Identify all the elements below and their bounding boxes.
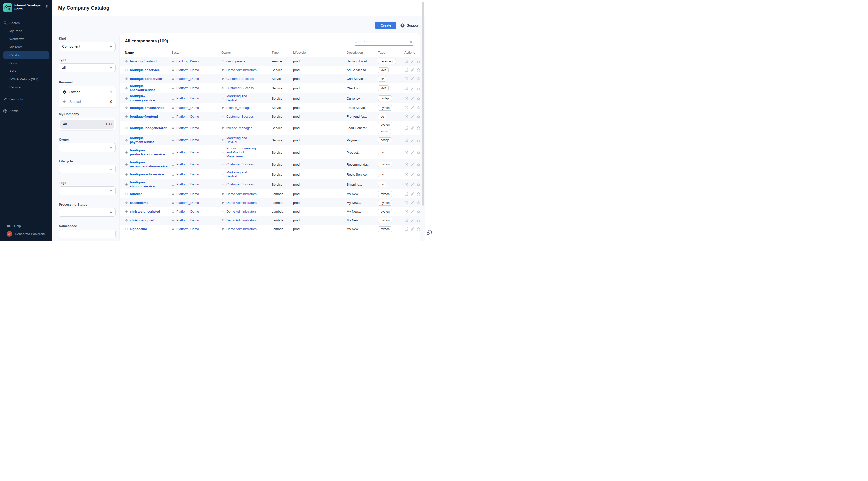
component-name-link[interactable]: boutique-productcatalogservice [130, 148, 167, 156]
sidebar-item-apis[interactable]: APIs [3, 67, 49, 75]
namespace-select[interactable] [59, 230, 116, 238]
filter-input[interactable] [362, 40, 409, 44]
tags-select[interactable] [59, 186, 116, 195]
page-scrollbar-thumb[interactable] [422, 1, 424, 206]
open-in-new-icon[interactable] [404, 96, 409, 100]
open-in-new-icon[interactable] [404, 218, 409, 222]
component-name-link[interactable]: boutique-recommendationservice [130, 160, 167, 169]
system-link[interactable]: Platform_Demo [176, 150, 199, 154]
star-outline-icon[interactable] [416, 182, 420, 187]
system-link[interactable]: Platform_Demo [176, 210, 199, 214]
system-link[interactable]: Platform_Demo [176, 126, 199, 130]
owner-select[interactable] [59, 143, 116, 152]
apps-grid-icon[interactable] [46, 4, 50, 8]
component-name-link[interactable]: boutique-loadgenerator [130, 126, 166, 130]
system-link[interactable]: Platform_Demo [176, 115, 199, 119]
open-in-new-icon[interactable] [404, 227, 409, 231]
edit-pencil-icon[interactable] [410, 182, 415, 187]
owner-link[interactable]: Marketing and DevRel [226, 136, 258, 144]
edit-pencil-icon[interactable] [410, 192, 415, 196]
system-link[interactable]: Banking_Demo [176, 59, 199, 63]
open-in-new-icon[interactable] [404, 114, 409, 119]
component-name-link[interactable]: boutique-currencyservice [130, 94, 167, 102]
open-in-new-icon[interactable] [404, 59, 409, 63]
star-outline-icon[interactable] [416, 106, 420, 110]
component-name-link[interactable]: cignademo [130, 227, 147, 231]
open-in-new-icon[interactable] [404, 68, 409, 72]
owner-link[interactable]: Customer Success [226, 77, 254, 81]
system-link[interactable]: Platform_Demo [176, 138, 199, 142]
sidebar-item-docs[interactable]: Docs [3, 59, 49, 67]
open-in-new-icon[interactable] [404, 209, 409, 214]
component-name-link[interactable]: boutique-emailservice [130, 106, 164, 110]
star-outline-icon[interactable] [416, 59, 420, 63]
all-filter-row[interactable]: All 109 [60, 120, 114, 129]
system-link[interactable]: Platform_Demo [176, 218, 199, 222]
owner-link[interactable]: Demo Administrators [226, 201, 257, 205]
owner-link[interactable]: Demo Administrators [226, 68, 257, 72]
edit-pencil-icon[interactable] [410, 86, 415, 90]
star-outline-icon[interactable] [416, 138, 420, 143]
owner-link[interactable]: Marketing and DevRel [226, 170, 258, 178]
system-link[interactable]: Platform_Demo [176, 96, 199, 100]
user-menu[interactable]: DP Debabrata Panigrahi [0, 230, 53, 238]
open-in-new-icon[interactable] [404, 86, 409, 90]
edit-pencil-icon[interactable] [410, 162, 415, 167]
sidebar-item-my-team[interactable]: My Team [3, 43, 49, 51]
edit-pencil-icon[interactable] [410, 150, 415, 155]
component-name-link[interactable]: boutique-frontend [130, 115, 158, 119]
star-outline-icon[interactable] [416, 192, 420, 196]
open-in-new-icon[interactable] [404, 192, 409, 196]
component-name-link[interactable]: boutique-checkoutservice [130, 84, 167, 92]
edit-pencil-icon[interactable] [410, 59, 415, 63]
open-in-new-icon[interactable] [404, 138, 409, 143]
owner-link[interactable]: Demo Administrators [226, 210, 257, 214]
owner-link[interactable]: release_manager [226, 106, 252, 110]
edit-pencil-icon[interactable] [410, 77, 415, 81]
system-link[interactable]: Platform_Demo [176, 172, 199, 176]
system-link[interactable]: Platform_Demo [176, 162, 199, 167]
open-in-new-icon[interactable] [404, 126, 409, 130]
component-name-link[interactable]: boutique-redisservice [130, 172, 164, 176]
chat-bubbles-icon[interactable] [426, 229, 433, 236]
owner-link[interactable]: Customer Success [226, 182, 254, 186]
star-outline-icon[interactable] [416, 227, 420, 231]
edit-pencil-icon[interactable] [410, 106, 415, 110]
processing-status-select[interactable] [59, 208, 116, 217]
open-in-new-icon[interactable] [404, 77, 409, 81]
star-outline-icon[interactable] [416, 150, 420, 155]
open-in-new-icon[interactable] [404, 150, 409, 155]
star-outline-icon[interactable] [416, 126, 420, 130]
sidebar-item-my-page[interactable]: My Page [3, 27, 49, 35]
star-outline-icon[interactable] [416, 209, 420, 214]
component-name-link[interactable]: christestunscripted [130, 210, 160, 214]
star-outline-icon[interactable] [416, 201, 420, 205]
owner-link[interactable]: diego.pereira [226, 59, 245, 63]
component-name-link[interactable]: bundler [130, 192, 142, 196]
component-name-link[interactable]: cassiedemo [130, 201, 149, 205]
owner-link[interactable]: Customer Success [226, 115, 254, 119]
star-outline-icon[interactable] [416, 68, 420, 72]
star-outline-icon[interactable] [416, 96, 420, 100]
star-outline-icon[interactable] [416, 77, 420, 81]
star-outline-icon[interactable] [416, 86, 420, 90]
open-in-new-icon[interactable] [404, 162, 409, 167]
system-link[interactable]: Platform_Demo [176, 182, 199, 186]
owner-link[interactable]: Product Engineering and Product Manageme… [226, 146, 258, 158]
edit-pencil-icon[interactable] [410, 114, 415, 119]
edit-pencil-icon[interactable] [410, 201, 415, 205]
sidebar-item-admin[interactable]: Admin [3, 107, 49, 115]
sidebar-item-help[interactable]: ? Help [0, 222, 53, 230]
sidebar-item-devtools[interactable]: DevTools [3, 95, 49, 103]
component-name-link[interactable]: boutique-cartservice [130, 77, 162, 81]
star-outline-icon[interactable] [416, 172, 420, 177]
owner-link[interactable]: Customer Success [226, 86, 254, 90]
edit-pencil-icon[interactable] [410, 138, 415, 143]
system-link[interactable]: Platform_Demo [176, 68, 199, 72]
edit-pencil-icon[interactable] [410, 218, 415, 222]
edit-pencil-icon[interactable] [410, 172, 415, 177]
support-button[interactable]: ? Support [400, 23, 420, 28]
system-link[interactable]: Platform_Demo [176, 106, 199, 110]
system-link[interactable]: Platform_Demo [176, 77, 199, 81]
star-outline-icon[interactable] [416, 114, 420, 119]
